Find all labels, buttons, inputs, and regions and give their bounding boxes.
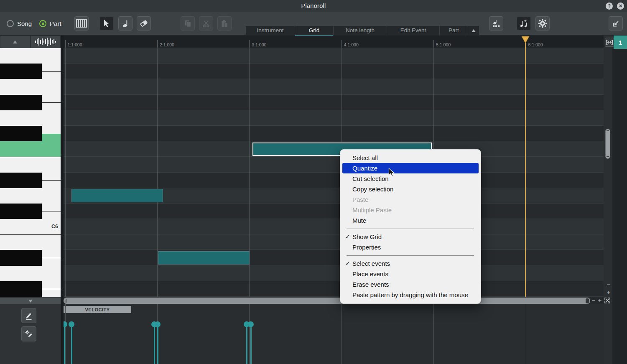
scroll-down-button[interactable] [0,298,61,304]
fit-width-button[interactable] [605,38,614,47]
grid-row[interactable] [64,157,604,172]
timeline-label: 3:1:000 [252,42,266,47]
velocity-stem[interactable] [154,324,155,364]
grid-row[interactable] [64,281,604,297]
piano-keyboard-icon [76,19,87,28]
menu-item[interactable]: Properties [342,242,479,252]
white-key-divider [42,71,61,72]
measure-tick [65,40,66,48]
velocity-lane[interactable]: VELOCITY [64,304,604,364]
grid-row[interactable] [64,95,604,110]
vertical-zoom-out-button[interactable]: − [606,282,612,288]
piano-key-black[interactable] [0,64,42,79]
piano-key-black[interactable] [0,95,42,110]
waveform-icon [35,37,56,46]
velocity-stem[interactable] [250,324,252,364]
vertical-scroll-track[interactable] [604,36,612,364]
horizontal-zoom-out-button[interactable]: − [591,298,596,303]
song-radio-label: Song [17,20,32,27]
piano-key-black[interactable] [0,281,42,297]
grid-row[interactable] [64,204,604,219]
measure-tick [249,40,250,48]
midi-note[interactable] [158,251,250,265]
scrollbar-resize-handle[interactable] [586,298,589,303]
menu-item[interactable]: Show Grid✓ [342,232,479,242]
playhead-line [525,38,526,297]
piano-key-black[interactable] [0,173,42,188]
menu-item[interactable]: Paste [342,194,479,205]
part-increment-icon[interactable] [472,29,476,32]
piano-keyboard[interactable]: C6 [0,48,61,297]
menu-item[interactable]: Mute [342,215,479,226]
draw-note-tool-button[interactable] [118,16,133,31]
menu-item[interactable]: Erase events [342,279,479,290]
window-title: Pianoroll [0,0,627,12]
menu-item[interactable]: Quantize [342,163,479,173]
note-grid[interactable] [64,48,604,297]
menu-item[interactable]: Cut selection [342,173,479,184]
cut-button[interactable] [199,16,213,31]
velocity-handle[interactable] [155,321,161,327]
velocity-stem[interactable] [71,324,72,364]
velocity-handle[interactable] [69,321,74,327]
menu-item[interactable]: Select all [342,153,479,163]
playhead-marker[interactable] [521,36,530,43]
step-record-icon [492,20,500,28]
menu-item[interactable]: Select events✓ [342,258,479,269]
velocity-settings-button[interactable] [21,326,36,341]
part-number-badge[interactable]: 1 [614,36,627,49]
horizontal-zoom-in-button[interactable]: + [597,298,603,303]
song-radio[interactable]: Song [7,20,32,27]
timeline-label: 6:1:000 [528,42,543,47]
menu-item[interactable]: Multiple Paste [342,205,479,215]
song-radio-circle [7,20,14,27]
collapse-panel-button[interactable] [609,16,623,31]
draw-velocity-button[interactable] [21,308,36,323]
white-key-divider [42,180,61,181]
menu-item[interactable]: Paste pattern by dragging with the mouse [342,290,479,300]
close-icon[interactable]: ✕ [617,3,624,10]
grid-row[interactable] [64,79,604,94]
grid-row[interactable] [64,173,604,188]
piano-key-black[interactable] [0,204,42,219]
grid-row[interactable] [64,219,604,234]
piano-key-black[interactable] [0,250,42,265]
grid-row[interactable] [64,110,604,126]
velocity-handle[interactable] [248,321,254,327]
grid-row[interactable] [64,266,604,281]
audition-button[interactable] [31,36,61,48]
help-icon[interactable]: ? [606,3,613,10]
grid-row[interactable] [64,250,604,265]
grid-row[interactable] [64,234,604,250]
velocity-stem[interactable] [64,324,65,364]
velocity-stem[interactable] [157,324,158,364]
fullscreen-button[interactable] [604,298,610,303]
keyboard-toggle-button[interactable] [74,16,89,31]
checkmark-icon: ✓ [345,232,352,242]
menu-item[interactable]: Place events [342,269,479,279]
measure-gridline [526,304,526,364]
add-note-mode-button[interactable] [517,16,531,31]
midi-note[interactable] [71,189,163,202]
velocity-stem[interactable] [246,324,247,364]
mouse-cursor [388,168,396,177]
settings-button[interactable] [535,16,550,31]
highlighted-key[interactable] [0,141,61,157]
vertical-scrollbar[interactable] [605,129,610,159]
eraser-tool-button[interactable] [137,16,151,31]
grid-row[interactable] [64,48,604,64]
horizontal-scrollbar[interactable] [64,298,590,304]
piano-key-black[interactable] [0,126,42,141]
part-radio[interactable]: Part [39,20,61,27]
paste-button[interactable] [217,16,232,31]
select-tool-button[interactable] [99,16,114,31]
grid-row[interactable] [64,126,604,141]
white-key-divider [42,211,61,211]
step-record-button[interactable] [489,16,503,31]
grid-row[interactable] [64,64,604,79]
copy-button[interactable] [181,16,195,31]
velocity-handle[interactable] [64,321,67,327]
menu-item[interactable]: Copy selection [342,184,479,194]
vertical-zoom-in-button[interactable]: + [606,290,612,295]
scroll-up-button[interactable] [0,36,31,48]
